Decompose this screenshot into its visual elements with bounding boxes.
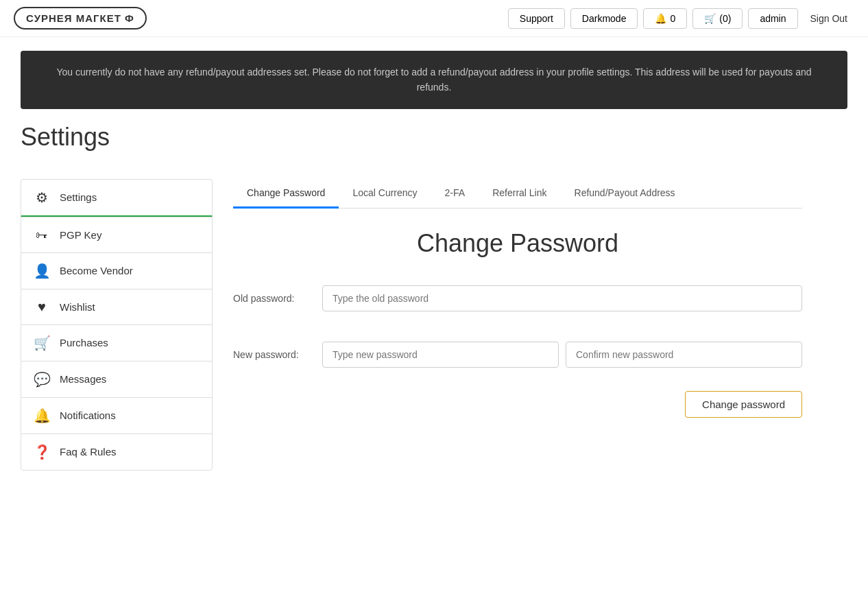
- sidebar-item-messages[interactable]: Messages: [21, 361, 213, 398]
- brand-logo[interactable]: СУРНЕЯ МАГКЕТ Ф: [14, 7, 147, 29]
- cart-count: (0): [719, 13, 731, 24]
- old-password-group: Old password:: [233, 278, 802, 318]
- sidebar: Settings PGP Key Become Vendor Wishlist …: [21, 179, 213, 470]
- notifications-button[interactable]: 🔔 0: [643, 8, 687, 29]
- form-section-title: Change Password: [233, 229, 802, 258]
- sidebar-item-faq-rules[interactable]: Faq & Rules: [21, 434, 213, 471]
- confirm-password-input[interactable]: [566, 342, 802, 368]
- cart-sidebar-icon: [34, 335, 50, 351]
- gear-icon: [34, 189, 50, 206]
- sidebar-item-notifications[interactable]: Notifications: [21, 397, 213, 434]
- sidebar-label-messages: Messages: [60, 373, 106, 385]
- page-title: Settings: [21, 123, 847, 152]
- sidebar-label-become-vendor: Become Vendor: [60, 265, 133, 276]
- person-icon: [34, 263, 50, 279]
- darkmode-button[interactable]: Darkmode: [570, 8, 638, 29]
- message-icon: [34, 371, 50, 388]
- cart-button[interactable]: 🛒 (0): [692, 8, 743, 29]
- sidebar-label-purchases: Purchases: [60, 337, 108, 348]
- tab-local-currency[interactable]: Local Currency: [339, 179, 431, 209]
- tab-2fa[interactable]: 2-FA: [431, 179, 479, 209]
- alert-banner: You currently do not have any refund/pay…: [21, 51, 847, 109]
- key-icon: [34, 227, 50, 243]
- change-password-button[interactable]: Change password: [685, 391, 802, 418]
- sidebar-label-notifications: Notifications: [60, 410, 116, 421]
- alert-text: You currently do not have any refund/pay…: [56, 67, 811, 93]
- cart-icon: 🛒: [704, 13, 716, 24]
- heart-icon: [34, 299, 50, 315]
- page-title-area: Settings: [0, 123, 868, 165]
- sidebar-label-wishlist: Wishlist: [60, 301, 95, 313]
- sidebar-label-pgp-key: PGP Key: [60, 229, 101, 241]
- content-area: Change Password Local Currency 2-FA Refe…: [233, 179, 802, 470]
- new-password-label: New password:: [233, 349, 322, 360]
- new-password-input[interactable]: [322, 342, 559, 368]
- sidebar-item-settings[interactable]: Settings: [21, 179, 213, 217]
- tab-change-password[interactable]: Change Password: [233, 179, 339, 209]
- sidebar-item-purchases[interactable]: Purchases: [21, 324, 213, 361]
- new-password-group: New password:: [233, 335, 802, 375]
- old-password-input[interactable]: [322, 285, 802, 311]
- sidebar-item-pgp-key[interactable]: PGP Key: [21, 217, 213, 253]
- change-password-section: Change Password Old password: New passwo…: [233, 229, 802, 418]
- submit-area: Change password: [233, 391, 802, 418]
- notifications-count: 0: [670, 13, 675, 24]
- main-container: Settings PGP Key Become Vendor Wishlist …: [0, 165, 823, 484]
- navbar: СУРНЕЯ МАГКЕТ Ф Support Darkmode 🔔 0 🛒 (…: [0, 0, 868, 37]
- sidebar-label-faq-rules: Faq & Rules: [60, 446, 117, 458]
- bell-sidebar-icon: [34, 407, 50, 424]
- sidebar-item-wishlist[interactable]: Wishlist: [21, 289, 213, 325]
- signout-button[interactable]: Sign Out: [804, 9, 854, 28]
- old-password-label: Old password:: [233, 293, 322, 304]
- support-button[interactable]: Support: [508, 8, 565, 29]
- tab-refund-payout[interactable]: Refund/Payout Address: [561, 179, 689, 209]
- faq-icon: [34, 444, 50, 460]
- admin-button[interactable]: admin: [748, 8, 797, 29]
- navbar-right: Support Darkmode 🔔 0 🛒 (0) admin Sign Ou…: [508, 8, 854, 29]
- sidebar-label-settings: Settings: [60, 191, 97, 203]
- tabs: Change Password Local Currency 2-FA Refe…: [233, 179, 802, 209]
- tab-referral-link[interactable]: Referral Link: [479, 179, 560, 209]
- sidebar-item-become-vendor[interactable]: Become Vendor: [21, 252, 213, 289]
- new-password-inputs-row: [322, 342, 802, 368]
- bell-icon: 🔔: [655, 13, 666, 24]
